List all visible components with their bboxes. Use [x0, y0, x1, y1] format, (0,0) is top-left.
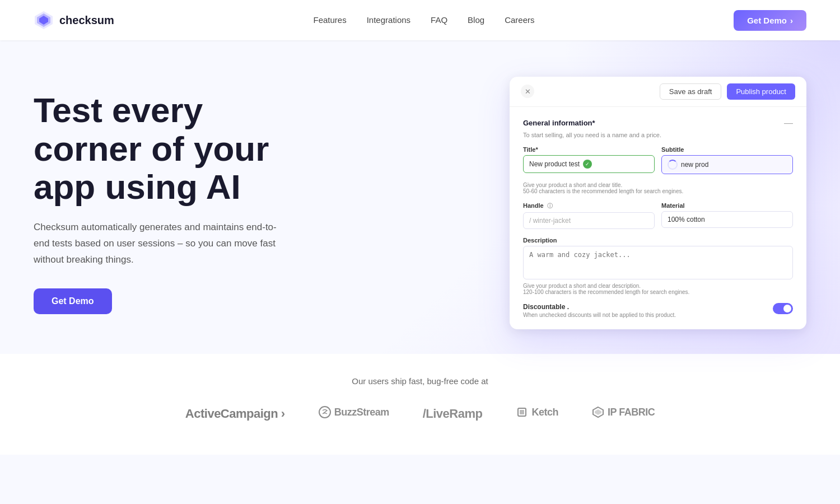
nav-links: Features Integrations FAQ Blog Careers: [313, 15, 534, 25]
logo-ipfabric: IP FABRIC: [592, 406, 655, 421]
discountable-label: Discountable .: [523, 303, 676, 311]
close-button[interactable]: ✕: [521, 85, 534, 98]
section-description: To start selling, all you need is a name…: [523, 132, 793, 138]
buzzstream-icon: [319, 406, 331, 418]
subtitle-label: Subtitle: [661, 146, 793, 153]
card-header: ✕ Save as draft Publish product: [510, 77, 806, 107]
logo-ketch: Ketch: [516, 406, 558, 421]
logo-activecampaign: ActiveCampaign ›: [185, 407, 285, 421]
logo-icon: [34, 10, 54, 30]
nav-get-demo-button[interactable]: Get Demo ›: [734, 10, 806, 31]
discountable-info: Discountable . When unchecked discounts …: [523, 303, 676, 318]
title-label: Title*: [523, 146, 655, 153]
clients-section: Our users ship fast, bug-free code at Ac…: [0, 354, 840, 455]
discountable-desc: When unchecked discounts will not be app…: [523, 312, 676, 318]
logo-text: checksum: [59, 14, 114, 27]
desc-helper: Give your product a short and clear desc…: [523, 283, 793, 295]
collapse-icon[interactable]: —: [784, 118, 793, 128]
nav-item-faq[interactable]: FAQ: [431, 15, 447, 25]
handle-group: Handle ⓘ / winter-jacket: [523, 202, 655, 229]
nav-item-careers[interactable]: Careers: [505, 15, 534, 25]
material-label: Material: [661, 202, 793, 209]
subtitle-group: Subtitle new prod: [661, 146, 793, 174]
description-label: Description: [523, 237, 793, 244]
discountable-row: Discountable . When unchecked discounts …: [523, 303, 793, 318]
logo-liveramp: /LiveRamp: [423, 407, 483, 421]
svg-rect-5: [520, 410, 524, 414]
save-draft-button[interactable]: Save as draft: [660, 83, 722, 100]
discountable-toggle[interactable]: [773, 303, 793, 314]
handle-material-row: Handle ⓘ / winter-jacket Material 100% c…: [523, 202, 793, 229]
title-group: Title* New product test ✓: [523, 146, 655, 174]
title-helper: Give your product a short and clear titl…: [523, 182, 793, 194]
navbar: checksum Features Integrations FAQ Blog …: [0, 0, 840, 40]
logo-buzzstream: BuzzStream: [319, 406, 389, 421]
product-form-card: ✕ Save as draft Publish product General …: [510, 77, 806, 329]
publish-button[interactable]: Publish product: [727, 83, 795, 100]
ketch-icon: [516, 406, 528, 418]
title-input[interactable]: New product test ✓: [523, 155, 655, 173]
title-subtitle-row: Title* New product test ✓ Subtitle new p…: [523, 146, 793, 174]
nav-item-features[interactable]: Features: [313, 15, 346, 25]
info-icon: ⓘ: [547, 203, 553, 209]
clients-logos: ActiveCampaign › BuzzStream /LiveRamp Ke…: [34, 406, 806, 421]
hero-get-demo-button[interactable]: Get Demo: [34, 288, 112, 314]
handle-label: Handle ⓘ: [523, 202, 655, 210]
svg-marker-7: [595, 409, 601, 415]
logo[interactable]: checksum: [34, 10, 114, 30]
nav-item-integrations[interactable]: Integrations: [367, 15, 410, 25]
subtitle-input[interactable]: new prod: [661, 155, 793, 174]
hero-copy: Test every corner of your app using AI C…: [34, 91, 342, 314]
hero-subtitle: Checksum automatically generates and mai…: [34, 220, 280, 268]
hero-section: Test every corner of your app using AI C…: [0, 40, 840, 354]
section-title: General information*: [523, 119, 595, 127]
section-header: General information* —: [523, 118, 793, 128]
description-group: Description: [523, 237, 793, 279]
clients-title: Our users ship fast, bug-free code at: [34, 376, 806, 386]
material-group: Material 100% cotton: [661, 202, 793, 229]
handle-input[interactable]: / winter-jacket: [523, 212, 655, 229]
hero-illustration: ✕ Save as draft Publish product General …: [342, 77, 806, 329]
loading-spinner: [668, 160, 678, 170]
header-actions: Save as draft Publish product: [660, 83, 795, 100]
description-textarea[interactable]: [523, 246, 793, 279]
ipfabric-icon: [592, 406, 604, 418]
nav-item-blog[interactable]: Blog: [468, 15, 484, 25]
material-input[interactable]: 100% cotton: [661, 211, 793, 228]
hero-title: Test every corner of your app using AI: [34, 91, 342, 206]
check-icon: ✓: [583, 160, 592, 169]
card-body: General information* — To start selling,…: [510, 107, 806, 329]
